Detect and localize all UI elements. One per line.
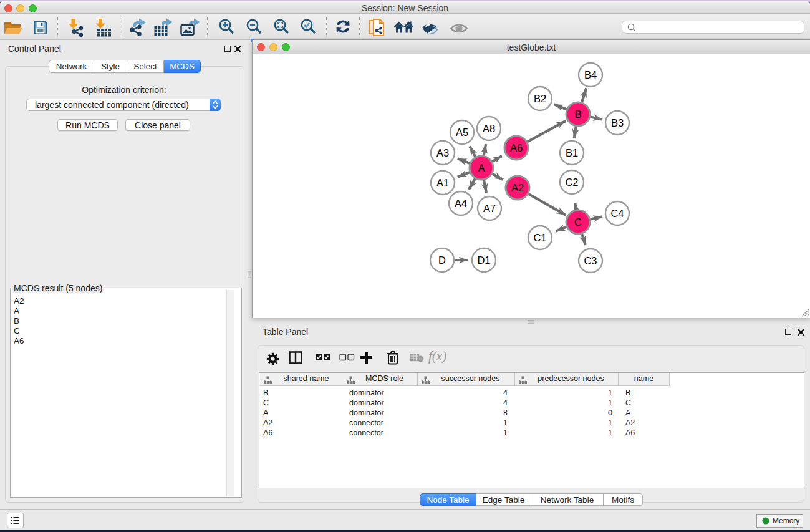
svg-text:A1: A1	[436, 177, 449, 188]
svg-text:B3: B3	[611, 117, 624, 128]
svg-text:B1: B1	[566, 147, 578, 158]
svg-text:C1: C1	[533, 232, 546, 243]
svg-text:C: C	[574, 216, 582, 228]
svg-text:A6: A6	[510, 142, 523, 153]
svg-text:D: D	[438, 254, 446, 266]
svg-text:B: B	[574, 109, 581, 120]
svg-text:C4: C4	[610, 208, 624, 219]
svg-text:B2: B2	[534, 93, 546, 104]
svg-text:A: A	[478, 162, 485, 173]
svg-text:A5: A5	[456, 127, 468, 138]
svg-text:A8: A8	[483, 123, 495, 134]
svg-text:C2: C2	[565, 177, 578, 188]
svg-text:C3: C3	[584, 255, 597, 266]
svg-text:A3: A3	[436, 147, 449, 158]
svg-text:A4: A4	[455, 198, 467, 209]
svg-text:D1: D1	[477, 254, 490, 266]
svg-text:A2: A2	[511, 182, 524, 193]
svg-text:A7: A7	[483, 203, 496, 214]
svg-text:B4: B4	[584, 69, 597, 80]
